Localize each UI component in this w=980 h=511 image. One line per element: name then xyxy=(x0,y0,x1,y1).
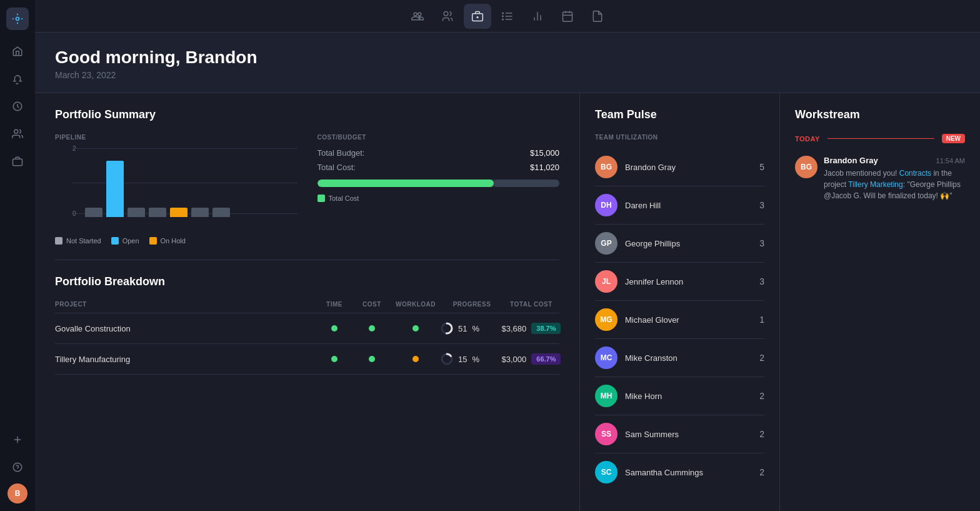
legend-label-on-hold: On Hold xyxy=(161,237,186,245)
sidebar-item-help[interactable] xyxy=(6,456,29,478)
project-name-1: Govalle Construction xyxy=(55,324,316,333)
member-count-daren: 3 xyxy=(759,200,764,210)
progress-cell-1: 51 % xyxy=(441,322,503,335)
greeting-title: Good morning, Brandon xyxy=(55,48,960,68)
member-avatar-sam: SS xyxy=(595,423,618,445)
bar-group xyxy=(80,148,298,217)
bar-chart-container: 2 0 xyxy=(55,148,298,230)
col-project: PROJECT xyxy=(55,301,316,308)
time-dot-2 xyxy=(331,356,338,362)
topnav-chart[interactable] xyxy=(524,4,551,29)
ws-text-before: Jacob mentioned you! xyxy=(824,169,899,178)
ws-link-contracts[interactable]: Contracts xyxy=(899,169,931,178)
total-budget-row: Total Budget: $15,000 xyxy=(318,148,560,158)
team-pulse-title: Team Pulse xyxy=(595,108,764,121)
ws-link-tillery[interactable]: Tillery Marketing xyxy=(848,180,903,189)
total-cost-label: Total Cost: xyxy=(318,163,356,172)
cost-cell-1 xyxy=(353,325,391,331)
list-item: JL Jennifer Lennon 3 xyxy=(595,263,764,301)
workstream-today-header: TODAY NEW xyxy=(795,134,965,143)
col-progress: PROGRESS xyxy=(441,301,503,308)
progress-cell-2: 15 % xyxy=(441,353,503,365)
budget-fill-dark xyxy=(494,180,559,187)
member-avatar-michael: MG xyxy=(595,308,618,331)
sidebar-item-briefcase[interactable] xyxy=(6,150,29,173)
svg-point-2 xyxy=(14,129,18,133)
sidebar-item-home[interactable] xyxy=(6,40,29,63)
member-name-horn: Mike Horn xyxy=(625,392,752,401)
ws-name-row: Brandon Gray 11:54 AM xyxy=(824,156,965,165)
cost-legend-dot xyxy=(318,195,325,202)
app-logo[interactable] xyxy=(6,8,29,30)
bar-7 xyxy=(212,208,230,217)
summary-grid: PIPELINE 2 0 xyxy=(55,134,559,245)
topnav-calendar[interactable] xyxy=(554,4,581,29)
table-header: PROJECT TIME COST WORKLOAD PROGRESS TOTA… xyxy=(55,301,559,313)
workload-cell-2 xyxy=(391,356,441,362)
breakdown-title: Portfolio Breakdown xyxy=(55,275,559,288)
portfolio-summary-title: Portfolio Summary xyxy=(55,108,559,121)
top-navigation xyxy=(35,0,980,33)
time-cell-1 xyxy=(316,325,353,331)
bar-3 xyxy=(128,208,145,217)
sidebar-item-notifications[interactable] xyxy=(6,68,29,90)
member-count-michael: 1 xyxy=(759,315,764,325)
sidebar-item-add[interactable] xyxy=(6,428,29,451)
progress-ring-2 xyxy=(441,353,453,365)
member-avatar-daren: DH xyxy=(595,194,618,216)
new-badge: NEW xyxy=(942,134,965,143)
col-workload: WORKLOAD xyxy=(391,301,441,308)
user-avatar[interactable]: B xyxy=(8,483,28,503)
topnav-document[interactable] xyxy=(584,4,611,29)
progress-pct-symbol-1: % xyxy=(472,324,479,333)
topnav-list[interactable] xyxy=(494,4,521,29)
bar-6 xyxy=(191,208,209,217)
member-name-jennifer: Jennifer Lennon xyxy=(625,277,752,286)
today-label: TODAY xyxy=(795,135,820,143)
cost-cell-2 xyxy=(353,356,391,362)
ws-message-text: Jacob mentioned you! Contracts in the pr… xyxy=(824,168,965,201)
member-name-george: George Phillips xyxy=(625,239,752,248)
panels-container: Portfolio Summary PIPELINE 2 xyxy=(35,93,980,511)
topnav-team[interactable] xyxy=(434,4,461,29)
legend-not-started: Not Started xyxy=(55,237,101,245)
list-item: GP George Phillips 3 xyxy=(595,225,764,263)
sidebar-item-people[interactable] xyxy=(6,123,29,145)
list-item: MH Mike Horn 2 xyxy=(595,377,764,415)
workstream-entry: BG Brandon Gray 11:54 AM Jacob mentioned… xyxy=(795,156,965,201)
cost-budget-label: COST/BUDGET xyxy=(318,134,560,141)
workload-dot-2 xyxy=(412,356,419,362)
sidebar: B xyxy=(0,0,35,511)
team-members-list: BG Brandon Gray 5 DH Daren Hill 3 GP Geo… xyxy=(595,148,764,491)
member-count-brandon: 5 xyxy=(759,162,764,172)
topnav-briefcase[interactable] xyxy=(464,4,491,29)
cost-legend: Total Cost xyxy=(318,195,560,202)
member-name-brandon: Brandon Gray xyxy=(625,163,752,172)
list-item: SS Sam Summers 2 xyxy=(595,415,764,453)
pipeline-label: PIPELINE xyxy=(55,134,298,141)
progress-pct-symbol-2: % xyxy=(472,355,479,364)
cost-budget-area: COST/BUDGET Total Budget: $15,000 Total … xyxy=(318,134,560,245)
panel-team-pulse: Team Pulse TEAM UTILIZATION BG Brandon G… xyxy=(580,93,780,511)
svg-rect-18 xyxy=(563,12,572,21)
progress-pct-2: 15 xyxy=(458,355,467,364)
cost-dot-1 xyxy=(369,325,375,331)
main-area: Good morning, Brandon March 23, 2022 Por… xyxy=(35,0,980,511)
svg-point-5 xyxy=(444,11,448,16)
sidebar-item-time[interactable] xyxy=(6,95,29,118)
breakdown-table: PROJECT TIME COST WORKLOAD PROGRESS TOTA… xyxy=(55,301,559,375)
total-cost-row: Total Cost: $11,020 xyxy=(318,163,560,172)
pipeline-chart-area: PIPELINE 2 0 xyxy=(55,134,298,245)
panel-workstream: Workstream TODAY NEW BG Brandon Gray 11:… xyxy=(780,93,980,511)
bar-4 xyxy=(149,208,166,217)
member-name-daren: Daren Hill xyxy=(625,201,752,210)
topnav-team-add[interactable] xyxy=(404,4,431,29)
ws-sender-name: Brandon Gray xyxy=(824,156,878,165)
grid-label-0: 0 xyxy=(72,210,76,217)
col-time: TIME xyxy=(316,301,353,308)
list-item: DH Daren Hill 3 xyxy=(595,186,764,225)
workload-cell-1 xyxy=(391,325,441,331)
member-count-jennifer: 3 xyxy=(759,276,764,286)
time-dot-1 xyxy=(331,325,338,331)
member-count-samantha: 2 xyxy=(759,467,764,477)
